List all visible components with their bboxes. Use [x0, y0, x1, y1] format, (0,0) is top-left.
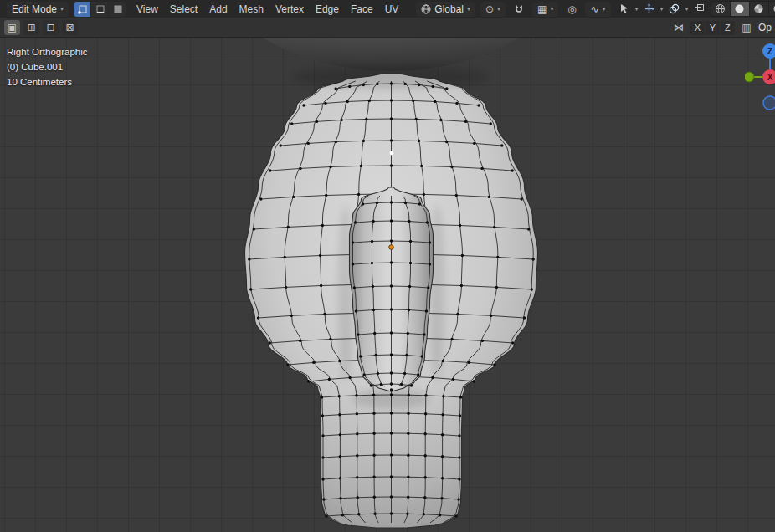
navigation-gizmo[interactable]: Z X	[745, 43, 775, 120]
shading-rendered-button[interactable]	[769, 2, 775, 16]
transform-orientation-dropdown[interactable]: Global ▾	[416, 2, 475, 17]
grid-scale-label: 10 Centimeters	[7, 74, 88, 90]
select-set-icon: ▣	[8, 23, 17, 33]
gizmo-arrows-icon	[644, 3, 654, 14]
select-intersect-icon: ⊠	[65, 23, 74, 33]
pivot-icon: ⊙	[485, 4, 494, 14]
select-mode-intersect-button[interactable]: ⊠	[62, 20, 78, 35]
header-right-cluster: ▾ ▾ ▾	[616, 1, 775, 17]
proportional-falloff-dropdown[interactable]: ∿ ▾	[585, 2, 610, 17]
menu-view[interactable]: View	[131, 3, 164, 15]
material-sphere-icon	[753, 3, 764, 14]
menu-select[interactable]: Select	[164, 3, 203, 15]
view-name-label: Right Orthographic	[7, 44, 88, 59]
viewport-overlay-text: Right Orthographic (0) Cube.001 10 Centi…	[7, 44, 88, 90]
menu-edge[interactable]: Edge	[310, 3, 345, 15]
mirror-y-button[interactable]: Y	[706, 21, 720, 35]
select-extend-icon: ⊞	[27, 23, 35, 33]
orientation-label: Global	[434, 3, 464, 15]
mirror-z-button[interactable]: Z	[721, 21, 735, 35]
cursor-arrow-icon	[618, 3, 629, 14]
gizmo-y-ball[interactable]	[745, 72, 754, 82]
magnet-icon	[514, 4, 524, 14]
viewport-header: Edit Mode ▾ View Select A	[0, 0, 775, 18]
gizmo-z-label: Z	[767, 47, 772, 56]
select-mode-set-button[interactable]: ▣	[4, 20, 20, 35]
mirror-axis-group: X Y Z	[690, 21, 735, 35]
snap-options-button[interactable]: ▥	[738, 20, 755, 35]
blender-window: Edit Mode ▾ View Select A	[0, 0, 775, 532]
options-grid-icon: ▥	[742, 23, 751, 33]
xray-toggle[interactable]	[691, 2, 708, 17]
xray-squares-icon	[694, 3, 705, 14]
face-select-icon	[112, 3, 123, 14]
show-overlays-toggle[interactable]	[666, 2, 683, 17]
proportional-editing-icon: ◎	[567, 4, 576, 14]
chevron-down-icon: ▾	[497, 6, 500, 13]
select-mode-subtract-button[interactable]: ⊟	[43, 20, 59, 35]
wireframe-sphere-icon	[715, 3, 726, 14]
overlays-circles-icon	[669, 3, 680, 14]
menu-add[interactable]: Add	[203, 3, 233, 15]
menu-mesh[interactable]: Mesh	[234, 3, 269, 15]
chevron-down-icon: ▾	[603, 6, 606, 13]
menu-vertex[interactable]: Vertex	[269, 3, 310, 15]
chevron-down-icon: ▾	[60, 6, 64, 13]
falloff-curve-icon: ∿	[590, 4, 598, 14]
viewport-canvas[interactable]	[0, 38, 775, 532]
chevron-down-icon: ▾	[685, 6, 689, 13]
edge-select-button[interactable]	[91, 2, 108, 17]
mode-label: Edit Mode	[12, 3, 57, 15]
edit-mesh-object[interactable]	[212, 38, 570, 528]
select-mode-extend-button[interactable]: ⊞	[23, 20, 39, 35]
shading-mode-group	[711, 1, 775, 17]
object-origin-dot[interactable]	[389, 245, 394, 250]
menu-face[interactable]: Face	[345, 3, 379, 15]
tool-settings-bar: ▣ ⊞ ⊟ ⊠ ⋈ X Y Z ▥ Op	[0, 18, 775, 38]
proportional-editing-toggle[interactable]: ◎	[563, 2, 580, 17]
snap-to-icon: ▦	[537, 4, 547, 14]
globe-icon	[421, 4, 431, 14]
chevron-down-icon: ▾	[660, 6, 664, 13]
viewport-3d[interactable]: Right Orthographic (0) Cube.001 10 Centi…	[0, 38, 775, 532]
face-select-button[interactable]	[109, 2, 126, 17]
snap-target-dropdown[interactable]: ▦ ▾	[532, 2, 558, 17]
active-object-label: (0) Cube.001	[7, 59, 88, 74]
selected-vertex[interactable]	[390, 151, 394, 156]
options-dropdown-label[interactable]: Op	[758, 22, 772, 33]
shading-material-button[interactable]	[750, 2, 768, 16]
vertex-select-button[interactable]	[74, 2, 90, 17]
mirror-toggle[interactable]: ⋈	[670, 20, 687, 35]
shading-solid-button[interactable]	[731, 2, 749, 16]
object-types-visibility-button[interactable]	[616, 2, 633, 17]
menu-uv[interactable]: UV	[379, 3, 405, 15]
select-mode-group	[74, 2, 126, 17]
select-subtract-icon: ⊟	[46, 23, 54, 33]
mode-selector[interactable]: Edit Mode ▾	[7, 2, 69, 17]
snap-magnet-toggle[interactable]	[511, 2, 527, 17]
chevron-down-icon: ▾	[467, 6, 470, 13]
gizmo-x-label: X	[767, 73, 773, 82]
pivot-point-dropdown[interactable]: ⊙ ▾	[480, 2, 506, 17]
vertex-select-icon	[77, 3, 88, 14]
edge-select-icon	[95, 3, 105, 14]
mirror-x-button[interactable]: X	[690, 21, 705, 35]
shading-wireframe-button[interactable]	[711, 2, 730, 16]
chevron-down-icon: ▾	[550, 6, 553, 13]
solid-sphere-icon	[734, 3, 745, 14]
show-gizmos-toggle[interactable]	[641, 2, 658, 17]
chevron-down-icon: ▾	[635, 6, 639, 13]
header-menus: View Select Add Mesh Vertex Edge Face UV	[131, 3, 404, 15]
mirror-butterfly-icon: ⋈	[674, 23, 684, 33]
gizmo-negz-ball[interactable]	[763, 96, 775, 110]
